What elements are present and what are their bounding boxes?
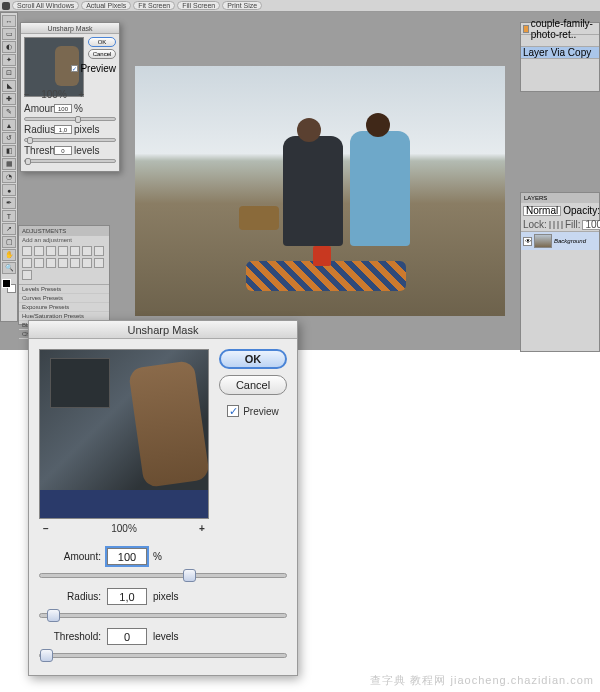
radius-slider[interactable] [24, 138, 116, 142]
gradmap-icon[interactable] [94, 258, 104, 268]
wand-tool-icon[interactable]: ✦ [2, 54, 16, 66]
invert-icon[interactable] [58, 258, 68, 268]
path-tool-icon[interactable]: ↗ [2, 223, 16, 235]
hand-tool-icon[interactable]: ✋ [2, 249, 16, 261]
filter-preview[interactable] [39, 349, 209, 519]
threshold-adj-icon[interactable] [82, 258, 92, 268]
watermark-text: 查字典 教程网 jiaocheng.chazidian.com [370, 673, 594, 688]
photo-filter-icon[interactable] [34, 258, 44, 268]
history-item[interactable]: couple-family-photo-ret.. [521, 23, 599, 35]
preview-label: Preview [80, 63, 116, 74]
ok-button[interactable]: OK [219, 349, 287, 369]
zoom-controls: − 100% + [24, 89, 84, 100]
preview-checkbox[interactable]: ✓ Preview [71, 63, 116, 74]
preset-item[interactable]: Levels Presets [19, 285, 109, 294]
opt-scroll[interactable]: Scroll All Windows [12, 1, 79, 10]
opacity-label: Opacity: [563, 205, 600, 216]
amount-label: Amount: [24, 103, 52, 114]
colorbal-icon[interactable] [94, 246, 104, 256]
unsharp-mask-dialog: Unsharp Mask − 100% + OK Cancel ✓ Previe… [28, 320, 298, 676]
cancel-button[interactable]: Cancel [219, 375, 287, 395]
poster-icon[interactable] [70, 258, 80, 268]
lock-pos-icon[interactable] [557, 221, 559, 229]
color-swatch[interactable] [2, 279, 16, 293]
opt-print[interactable]: Print Size [222, 1, 262, 10]
preview-label: Preview [243, 406, 279, 417]
zoom-in-icon[interactable]: + [78, 89, 84, 100]
opt-fill[interactable]: Fill Screen [177, 1, 220, 10]
options-bar: Scroll All Windows Actual Pixels Fit Scr… [0, 0, 600, 12]
zoom-percent: 100% [111, 523, 137, 534]
dialog-title: Unsharp Mask [29, 321, 297, 339]
lock-trans-icon[interactable] [549, 221, 551, 229]
preview-pants [40, 490, 208, 518]
threshold-label: Threshold: [24, 145, 52, 156]
amount-label: Amount: [39, 551, 101, 562]
threshold-slider[interactable] [24, 159, 116, 163]
slider-thumb-icon[interactable] [183, 569, 196, 582]
slider-thumb-icon[interactable] [40, 649, 53, 662]
exposure-icon[interactable] [58, 246, 68, 256]
channel-icon[interactable] [46, 258, 56, 268]
zoom-in-icon[interactable]: + [195, 523, 209, 534]
threshold-field[interactable]: 0 [54, 146, 72, 155]
opt-fit[interactable]: Fit Screen [133, 1, 175, 10]
pen-tool-icon[interactable]: ✒ [2, 197, 16, 209]
cancel-button[interactable]: Cancel [88, 49, 116, 59]
zoom-tool-icon[interactable]: 🔍 [2, 262, 16, 274]
gradient-tool-icon[interactable]: ▦ [2, 158, 16, 170]
levels-icon[interactable] [34, 246, 44, 256]
radius-field[interactable]: 1,0 [54, 125, 72, 134]
lasso-tool-icon[interactable]: ◐ [2, 41, 16, 53]
amount-unit: % [153, 551, 162, 562]
history-item[interactable]: Layer Via Copy [521, 47, 599, 59]
vibrance-icon[interactable] [70, 246, 80, 256]
brightness-icon[interactable] [22, 246, 32, 256]
canvas-figure-right [350, 131, 410, 246]
curves-icon[interactable] [46, 246, 56, 256]
threshold-field[interactable]: 0 [107, 628, 147, 645]
dodge-tool-icon[interactable]: ● [2, 184, 16, 196]
amount-slider[interactable] [39, 573, 287, 578]
history-brush-icon[interactable]: ↺ [2, 132, 16, 144]
checkbox-icon: ✓ [227, 405, 239, 417]
ok-button[interactable]: OK [88, 37, 116, 47]
eyedropper-tool-icon[interactable]: ◣ [2, 80, 16, 92]
amount-field[interactable]: 100 [107, 548, 147, 565]
crop-tool-icon[interactable]: ⊡ [2, 67, 16, 79]
selcolor-icon[interactable] [22, 270, 32, 280]
marquee-tool-icon[interactable]: ▭ [2, 28, 16, 40]
radius-field[interactable]: 1,0 [107, 588, 147, 605]
brush-tool-icon[interactable]: ✎ [2, 106, 16, 118]
lock-label: Lock: [523, 219, 547, 230]
preview-checkbox[interactable]: ✓ Preview [227, 405, 279, 417]
type-tool-icon[interactable]: T [2, 210, 16, 222]
lock-paint-icon[interactable] [553, 221, 555, 229]
hue-icon[interactable] [82, 246, 92, 256]
bw-icon[interactable] [22, 258, 32, 268]
amount-slider[interactable] [24, 117, 116, 121]
amount-field[interactable]: 100 [54, 104, 72, 113]
heal-tool-icon[interactable]: ✚ [2, 93, 16, 105]
opt-actual[interactable]: Actual Pixels [81, 1, 131, 10]
blur-tool-icon[interactable]: ◔ [2, 171, 16, 183]
zoom-out-icon[interactable]: − [24, 89, 30, 100]
visibility-icon[interactable]: 👁 [523, 237, 532, 246]
fill-field[interactable]: 100% [582, 220, 600, 230]
zoom-out-icon[interactable]: − [39, 523, 53, 534]
document-canvas[interactable] [135, 66, 505, 316]
blend-mode-select[interactable]: Normal [523, 206, 561, 216]
preset-item[interactable]: Curves Presets [19, 294, 109, 303]
eraser-tool-icon[interactable]: ◧ [2, 145, 16, 157]
move-tool-icon[interactable]: ↔ [2, 15, 16, 27]
preset-item[interactable]: Exposure Presets [19, 303, 109, 312]
lock-all-icon[interactable] [561, 221, 563, 229]
radius-slider[interactable] [39, 613, 287, 618]
stamp-tool-icon[interactable]: ▲ [2, 119, 16, 131]
slider-thumb-icon[interactable] [47, 609, 60, 622]
threshold-slider[interactable] [39, 653, 287, 658]
layer-row[interactable]: 👁 Background [521, 231, 599, 250]
shape-tool-icon[interactable]: ▢ [2, 236, 16, 248]
zoom-controls: − 100% + [39, 523, 209, 534]
app-icon [2, 2, 10, 10]
